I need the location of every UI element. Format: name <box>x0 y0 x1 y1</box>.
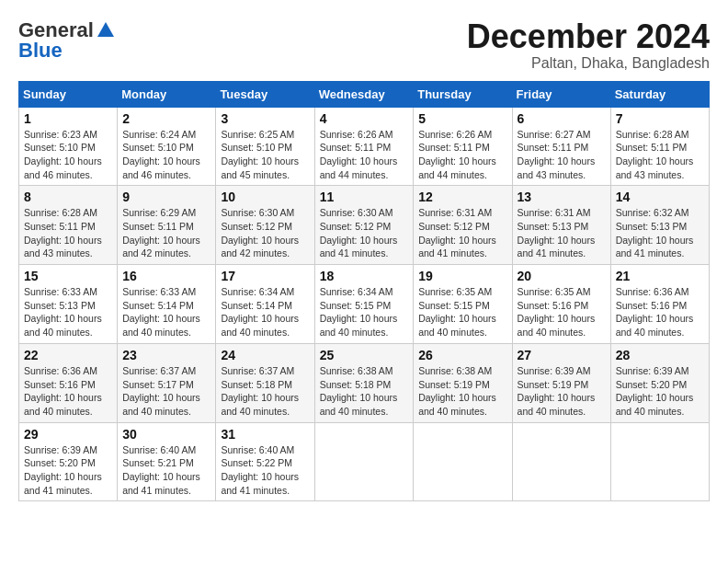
calendar-week-1: 1Sunrise: 6:23 AMSunset: 5:10 PMDaylight… <box>19 107 710 186</box>
calendar-cell: 16Sunrise: 6:33 AMSunset: 5:14 PMDayligh… <box>118 265 216 344</box>
day-info: Sunrise: 6:32 AMSunset: 5:13 PMDaylight:… <box>616 206 704 260</box>
day-info: Sunrise: 6:27 AMSunset: 5:11 PMDaylight:… <box>518 128 606 182</box>
day-number: 22 <box>24 348 112 362</box>
calendar-cell: 24Sunrise: 6:37 AMSunset: 5:18 PMDayligh… <box>216 343 314 422</box>
day-info: Sunrise: 6:37 AMSunset: 5:18 PMDaylight:… <box>221 364 309 419</box>
day-number: 24 <box>221 348 309 362</box>
calendar-table: SundayMondayTuesdayWednesdayThursdayFrid… <box>18 81 710 502</box>
page-header: General Blue December 2024 Paltan, Dhaka… <box>18 18 710 72</box>
day-info: Sunrise: 6:36 AMSunset: 5:16 PMDaylight:… <box>616 285 704 339</box>
day-number: 23 <box>122 348 210 362</box>
calendar-cell: 8Sunrise: 6:28 AMSunset: 5:11 PMDaylight… <box>19 186 118 265</box>
weekday-header-monday: Monday <box>118 81 216 107</box>
calendar-cell: 6Sunrise: 6:27 AMSunset: 5:11 PMDaylight… <box>512 107 610 186</box>
day-info: Sunrise: 6:35 AMSunset: 5:16 PMDaylight:… <box>518 285 606 339</box>
calendar-cell: 2Sunrise: 6:24 AMSunset: 5:10 PMDaylight… <box>118 107 216 186</box>
calendar-cell: 5Sunrise: 6:26 AMSunset: 5:11 PMDaylight… <box>414 107 512 186</box>
day-info: Sunrise: 6:26 AMSunset: 5:11 PMDaylight:… <box>320 128 409 182</box>
calendar-cell: 17Sunrise: 6:34 AMSunset: 5:14 PMDayligh… <box>216 265 314 344</box>
day-info: Sunrise: 6:37 AMSunset: 5:17 PMDaylight:… <box>122 364 210 419</box>
calendar-week-3: 15Sunrise: 6:33 AMSunset: 5:13 PMDayligh… <box>19 265 710 344</box>
day-info: Sunrise: 6:26 AMSunset: 5:11 PMDaylight:… <box>418 128 506 182</box>
calendar-week-5: 29Sunrise: 6:39 AMSunset: 5:20 PMDayligh… <box>19 422 710 501</box>
calendar-cell: 27Sunrise: 6:39 AMSunset: 5:19 PMDayligh… <box>512 343 610 422</box>
svg-marker-0 <box>97 22 114 37</box>
calendar-cell: 11Sunrise: 6:30 AMSunset: 5:12 PMDayligh… <box>314 186 414 265</box>
day-info: Sunrise: 6:38 AMSunset: 5:19 PMDaylight:… <box>418 364 506 419</box>
calendar-cell: 26Sunrise: 6:38 AMSunset: 5:19 PMDayligh… <box>414 343 512 422</box>
day-number: 28 <box>616 348 704 362</box>
calendar-cell <box>512 422 610 501</box>
day-number: 19 <box>418 269 506 283</box>
day-number: 17 <box>221 269 309 283</box>
day-info: Sunrise: 6:39 AMSunset: 5:20 PMDaylight:… <box>24 443 112 498</box>
calendar-cell: 25Sunrise: 6:38 AMSunset: 5:18 PMDayligh… <box>314 343 414 422</box>
month-title: December 2024 <box>467 18 710 55</box>
calendar-cell <box>314 422 414 501</box>
day-info: Sunrise: 6:34 AMSunset: 5:15 PMDaylight:… <box>320 285 409 339</box>
calendar-cell: 18Sunrise: 6:34 AMSunset: 5:15 PMDayligh… <box>314 265 414 344</box>
day-number: 1 <box>24 111 112 126</box>
calendar-cell <box>414 422 512 501</box>
day-number: 15 <box>24 269 112 283</box>
day-info: Sunrise: 6:31 AMSunset: 5:12 PMDaylight:… <box>418 206 506 260</box>
day-number: 9 <box>122 190 210 204</box>
weekday-header-saturday: Saturday <box>610 81 709 107</box>
title-block: December 2024 Paltan, Dhaka, Bangladesh <box>467 18 710 72</box>
day-number: 30 <box>122 427 210 442</box>
day-info: Sunrise: 6:39 AMSunset: 5:20 PMDaylight:… <box>616 364 704 419</box>
day-info: Sunrise: 6:28 AMSunset: 5:11 PMDaylight:… <box>616 128 704 182</box>
day-number: 27 <box>518 348 606 362</box>
weekday-header-wednesday: Wednesday <box>314 81 414 107</box>
day-number: 20 <box>518 269 606 283</box>
day-number: 14 <box>616 190 704 204</box>
location: Paltan, Dhaka, Bangladesh <box>467 55 710 72</box>
calendar-cell: 31Sunrise: 6:40 AMSunset: 5:22 PMDayligh… <box>216 422 314 501</box>
calendar-cell: 22Sunrise: 6:36 AMSunset: 5:16 PMDayligh… <box>19 343 118 422</box>
calendar-cell <box>610 422 709 501</box>
day-info: Sunrise: 6:39 AMSunset: 5:19 PMDaylight:… <box>518 364 606 419</box>
weekday-header-friday: Friday <box>512 81 610 107</box>
calendar-cell: 21Sunrise: 6:36 AMSunset: 5:16 PMDayligh… <box>610 265 709 344</box>
day-info: Sunrise: 6:31 AMSunset: 5:13 PMDaylight:… <box>518 206 606 260</box>
day-info: Sunrise: 6:24 AMSunset: 5:10 PMDaylight:… <box>122 128 210 182</box>
calendar-cell: 4Sunrise: 6:26 AMSunset: 5:11 PMDaylight… <box>314 107 414 186</box>
day-number: 12 <box>418 190 506 204</box>
calendar-cell: 29Sunrise: 6:39 AMSunset: 5:20 PMDayligh… <box>19 422 118 501</box>
logo: General Blue <box>18 18 116 63</box>
day-info: Sunrise: 6:38 AMSunset: 5:18 PMDaylight:… <box>320 364 409 419</box>
calendar-cell: 3Sunrise: 6:25 AMSunset: 5:10 PMDaylight… <box>216 107 314 186</box>
day-info: Sunrise: 6:28 AMSunset: 5:11 PMDaylight:… <box>24 206 112 260</box>
calendar-week-4: 22Sunrise: 6:36 AMSunset: 5:16 PMDayligh… <box>19 343 710 422</box>
calendar-cell: 23Sunrise: 6:37 AMSunset: 5:17 PMDayligh… <box>118 343 216 422</box>
calendar-cell: 14Sunrise: 6:32 AMSunset: 5:13 PMDayligh… <box>610 186 709 265</box>
calendar-cell: 15Sunrise: 6:33 AMSunset: 5:13 PMDayligh… <box>19 265 118 344</box>
day-number: 2 <box>122 111 210 126</box>
day-info: Sunrise: 6:34 AMSunset: 5:14 PMDaylight:… <box>221 285 309 339</box>
calendar-cell: 28Sunrise: 6:39 AMSunset: 5:20 PMDayligh… <box>610 343 709 422</box>
day-number: 10 <box>221 190 309 204</box>
calendar-cell: 12Sunrise: 6:31 AMSunset: 5:12 PMDayligh… <box>414 186 512 265</box>
calendar-cell: 9Sunrise: 6:29 AMSunset: 5:11 PMDaylight… <box>118 186 216 265</box>
day-number: 7 <box>616 111 704 126</box>
weekday-header-row: SundayMondayTuesdayWednesdayThursdayFrid… <box>19 81 710 107</box>
day-number: 13 <box>518 190 606 204</box>
day-info: Sunrise: 6:33 AMSunset: 5:14 PMDaylight:… <box>122 285 210 339</box>
day-info: Sunrise: 6:40 AMSunset: 5:21 PMDaylight:… <box>122 443 210 498</box>
day-info: Sunrise: 6:30 AMSunset: 5:12 PMDaylight:… <box>221 206 309 260</box>
logo-icon <box>96 20 116 40</box>
calendar-week-2: 8Sunrise: 6:28 AMSunset: 5:11 PMDaylight… <box>19 186 710 265</box>
calendar-cell: 19Sunrise: 6:35 AMSunset: 5:15 PMDayligh… <box>414 265 512 344</box>
day-number: 6 <box>518 111 606 126</box>
day-info: Sunrise: 6:40 AMSunset: 5:22 PMDaylight:… <box>221 443 309 498</box>
calendar-cell: 10Sunrise: 6:30 AMSunset: 5:12 PMDayligh… <box>216 186 314 265</box>
day-number: 18 <box>320 269 409 283</box>
day-number: 29 <box>24 427 112 442</box>
day-number: 26 <box>418 348 506 362</box>
logo-blue: Blue <box>18 39 63 63</box>
day-number: 5 <box>418 111 506 126</box>
day-info: Sunrise: 6:29 AMSunset: 5:11 PMDaylight:… <box>122 206 210 260</box>
calendar-cell: 1Sunrise: 6:23 AMSunset: 5:10 PMDaylight… <box>19 107 118 186</box>
day-info: Sunrise: 6:35 AMSunset: 5:15 PMDaylight:… <box>418 285 506 339</box>
weekday-header-sunday: Sunday <box>19 81 118 107</box>
